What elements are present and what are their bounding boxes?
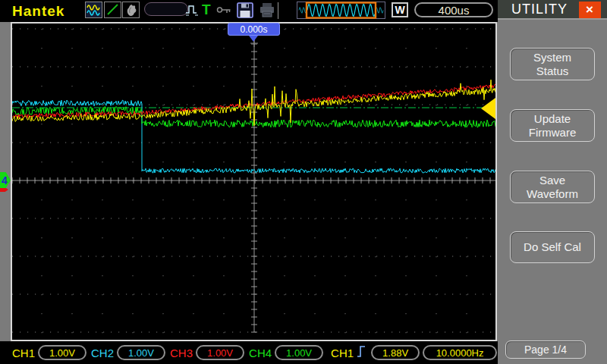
update-firmware-button[interactable]: Update Firmware — [510, 109, 595, 142]
waveform-channels-icon-glyph — [86, 2, 102, 17]
channel4-position-marker[interactable]: 4 — [0, 172, 11, 188]
toolbar-separator — [278, 2, 278, 19]
printer-icon[interactable] — [258, 2, 275, 18]
top-toolbar: Hantek T — [0, 0, 498, 22]
ch4-scale-readout[interactable]: 1.00V — [275, 345, 323, 360]
trigger-T-icon: T — [202, 2, 211, 18]
waveform-display — [11, 22, 497, 341]
printer-icon-glyph — [259, 2, 275, 17]
scope-area: 0.000s 4 — [0, 22, 498, 341]
page-indicator-button[interactable]: Page 1/4 — [505, 340, 586, 359]
trigger-source-label: CH1 — [331, 347, 354, 359]
hand-tool-icon[interactable] — [122, 2, 140, 18]
ch2-label: CH2 — [91, 347, 114, 359]
key-icon[interactable] — [215, 4, 233, 16]
ch2-scale-readout[interactable]: 1.00V — [117, 345, 165, 360]
system-status-button[interactable]: System Status — [510, 48, 595, 80]
save-floppy-icon[interactable] — [236, 2, 253, 18]
panel-header: UTILITY × — [498, 0, 607, 20]
trigger-frequency-readout[interactable]: 10.0000Hz — [423, 345, 497, 360]
key-icon-glyph — [216, 5, 233, 15]
hantek-logo: Hantek — [12, 3, 64, 20]
ch1-scale-readout[interactable]: 1.00V — [38, 345, 86, 360]
waveform-channels-icon[interactable] — [85, 2, 102, 18]
ch3-scale-readout[interactable]: 1.00V — [196, 345, 244, 360]
ch3-label: CH3 — [170, 347, 193, 359]
trigger-status-slot — [144, 2, 188, 16]
trigger-position-pointer — [249, 36, 258, 42]
rising-edge-icon-glyph — [357, 343, 368, 359]
status-bar: CH1 1.00V CH2 1.00V CH3 1.00V CH4 1.00V … — [0, 341, 498, 364]
trigger-level-readout[interactable]: 1.88V — [371, 345, 420, 360]
do-self-cal-button[interactable]: Do Self Cal — [510, 231, 595, 263]
save-waveform-button[interactable]: Save Waveform — [510, 171, 595, 203]
measure-line-icon-glyph — [106, 3, 120, 17]
window-zone-icon[interactable]: W — [392, 2, 408, 17]
waveform-overview[interactable] — [297, 2, 385, 22]
panel-title: UTILITY — [511, 2, 568, 17]
timebase-readout[interactable]: 400us — [414, 2, 493, 17]
close-button[interactable]: × — [579, 2, 601, 18]
hand-tool-icon-glyph — [124, 3, 138, 17]
measure-line-icon[interactable] — [104, 2, 121, 18]
pulse-icon-glyph — [184, 2, 201, 17]
ch4-label: CH4 — [249, 347, 272, 359]
waveform-canvas — [12, 24, 495, 340]
pulse-icon — [184, 2, 201, 18]
save-floppy-icon-glyph — [237, 2, 253, 18]
utility-menu-panel: UTILITY × System Status Update Firmware … — [498, 0, 607, 364]
rising-edge-icon — [357, 343, 368, 362]
ch1-label: CH1 — [12, 347, 35, 359]
waveform-overview-glyph — [297, 2, 385, 19]
trigger-position-tag[interactable]: 0.000s — [228, 23, 280, 36]
